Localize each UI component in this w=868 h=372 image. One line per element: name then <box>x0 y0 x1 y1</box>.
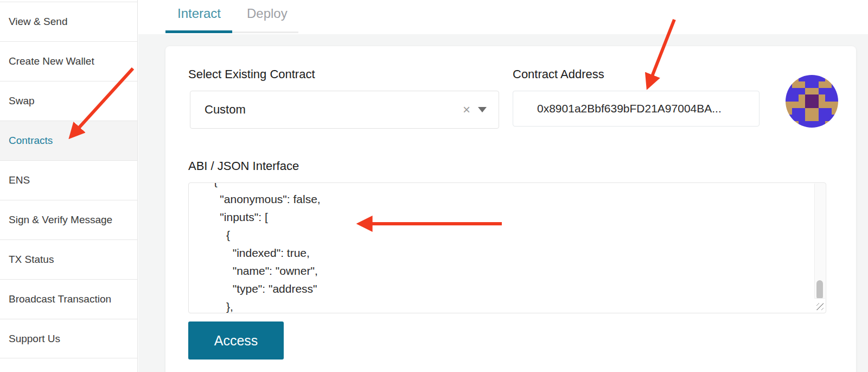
sidebar-item-label: Broadcast Transaction <box>9 293 111 305</box>
sidebar-item-support-us[interactable]: Support Us <box>0 319 137 358</box>
identicon-cell <box>819 108 825 115</box>
identicon-cell <box>832 102 838 108</box>
identicon-cell <box>812 94 819 101</box>
clear-selection-icon[interactable]: × <box>455 103 478 116</box>
abi-scrollbar-thumb[interactable] <box>816 280 823 300</box>
identicon-cell <box>812 108 819 115</box>
identicon-cell <box>786 94 792 101</box>
identicon-cell <box>805 88 812 94</box>
identicon-cell <box>825 81 832 88</box>
identicon-cell <box>792 115 799 121</box>
abi-json-textarea[interactable]: { "anonymous": false, "inputs": [ { "ind… <box>188 182 826 313</box>
identicon-cell <box>792 102 799 108</box>
identicon-cell <box>825 108 832 115</box>
identicon-cell <box>812 81 819 88</box>
identicon-cell <box>825 94 832 101</box>
identicon-cell <box>819 88 825 94</box>
identicon-cell <box>825 102 832 108</box>
chevron-down-icon[interactable] <box>478 107 487 112</box>
sidebar-item-broadcast-transaction[interactable]: Broadcast Transaction <box>0 279 137 319</box>
sidebar-item-contracts[interactable]: Contracts <box>0 121 137 160</box>
sidebar-item-swap[interactable]: Swap <box>0 81 137 121</box>
identicon-cell <box>805 75 812 81</box>
identicon-cell <box>812 115 819 121</box>
tab-bar-track <box>232 31 298 33</box>
sidebar-item-sign-verify-message[interactable]: Sign & Verify Message <box>0 200 137 239</box>
sidebar: View & Send Create New Wallet Swap Contr… <box>0 0 138 372</box>
identicon-cell <box>792 94 799 101</box>
sidebar-item-view-send[interactable]: View & Send <box>0 2 137 41</box>
sidebar-item-label: Contracts <box>9 135 53 147</box>
sidebar-item-label: Swap <box>9 95 35 107</box>
identicon-cell <box>799 102 805 108</box>
identicon-cell <box>792 88 799 94</box>
sidebar-item-label: Support Us <box>9 333 60 345</box>
identicon-cell <box>805 102 812 108</box>
identicon-cell <box>805 115 812 121</box>
identicon-cell <box>805 108 812 115</box>
sidebar-item-label: View & Send <box>9 16 67 28</box>
select-contract-label: Select Existing Contract <box>188 67 315 81</box>
identicon-cell <box>819 102 825 108</box>
identicon-cell <box>792 81 799 88</box>
identicon-cell <box>832 94 838 101</box>
abi-json-content: { "anonymous": false, "inputs": [ { "ind… <box>207 182 321 313</box>
sidebar-item-label: TX Status <box>9 254 54 266</box>
identicon-cell <box>819 81 825 88</box>
sidebar-item-create-new-wallet[interactable]: Create New Wallet <box>0 41 137 81</box>
contract-address-input[interactable] <box>513 91 760 127</box>
abi-scrollbar-track[interactable] <box>814 184 825 299</box>
identicon-cell <box>812 88 819 94</box>
identicon-cell <box>799 88 805 94</box>
identicon-cell <box>786 102 792 108</box>
contract-address-label: Contract Address <box>513 67 604 81</box>
identicon-cell <box>819 94 825 101</box>
identicon-cell <box>799 81 805 88</box>
identicon-cell <box>825 88 832 94</box>
app-window: View & Send Create New Wallet Swap Contr… <box>0 0 868 372</box>
identicon-cell <box>812 102 819 108</box>
access-button[interactable]: Access <box>188 321 284 360</box>
sidebar-item-label: ENS <box>9 174 30 186</box>
tab-active-indicator <box>165 30 232 33</box>
identicon-cell <box>819 115 825 121</box>
identicon-cell <box>799 108 805 115</box>
identicon-cell <box>812 75 819 81</box>
address-identicon-avatar <box>786 75 838 128</box>
sidebar-item-tx-status[interactable]: TX Status <box>0 239 137 279</box>
identicon-cell <box>792 108 799 115</box>
sidebar-item-label: Sign & Verify Message <box>9 214 112 226</box>
sidebar-item-label: Create New Wallet <box>9 55 94 67</box>
sidebar-item-ens[interactable]: ENS <box>0 160 137 200</box>
tab-deploy[interactable]: Deploy <box>247 6 288 21</box>
identicon-cell <box>812 121 819 128</box>
abi-json-label: ABI / JSON Interface <box>188 159 299 173</box>
tab-interact[interactable]: Interact <box>177 6 221 21</box>
identicon-cell <box>799 94 805 101</box>
identicon-cell <box>805 81 812 88</box>
selected-contract-value: Custom <box>190 103 455 117</box>
identicon-cell <box>799 115 805 121</box>
identicon-cell <box>805 94 812 101</box>
resize-handle-icon[interactable] <box>816 303 824 310</box>
identicon-cell <box>805 121 812 128</box>
abi-resize-corner <box>814 298 825 312</box>
existing-contract-select[interactable]: Custom × <box>190 91 499 129</box>
